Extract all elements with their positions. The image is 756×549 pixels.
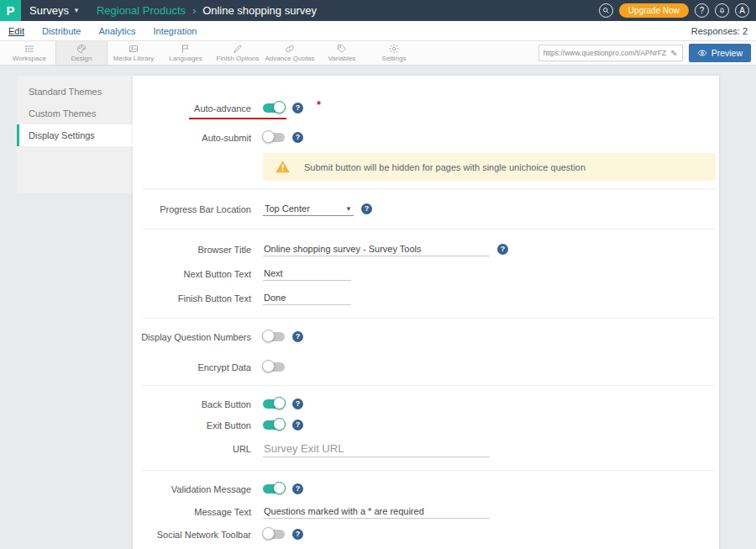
divider <box>143 188 716 189</box>
browser-title-input[interactable] <box>263 242 490 256</box>
breadcrumb-parent[interactable]: Regional Products <box>97 4 186 17</box>
responses-count[interactable]: Responses: 2 <box>691 26 748 36</box>
nav-item-distribute[interactable]: Distribute <box>42 26 81 36</box>
social-network-toolbar-toggle[interactable] <box>263 530 285 539</box>
breadcrumb-separator-icon: › <box>192 5 196 17</box>
social-network-toolbar-help-icon[interactable]: ? <box>292 529 303 540</box>
notifications-bell-icon[interactable] <box>715 3 729 18</box>
toolbar-item-design[interactable]: Design <box>55 41 108 65</box>
avatar[interactable]: A <box>735 3 749 18</box>
toolbar-right: ✎ Preview <box>538 41 756 65</box>
message-text-label: Message Text <box>133 507 251 517</box>
row-message-text: Message Text <box>133 499 719 524</box>
topbar-actions: Upgrade Now ? A <box>599 3 756 18</box>
survey-url-box: ✎ <box>538 45 683 61</box>
exit-url-label: URL <box>133 444 251 454</box>
sidebar-item-standard-themes[interactable]: Standard Themes <box>17 81 133 103</box>
divider <box>143 385 716 386</box>
validation-message-help-icon[interactable]: ? <box>292 483 303 494</box>
toolbar-item-finish-options[interactable]: Finish Options <box>212 41 264 65</box>
preview-button[interactable]: Preview <box>689 44 751 62</box>
row-exit-button: Exit Button ? <box>133 414 719 436</box>
toolbar-item-media-library[interactable]: Media Library <box>108 41 160 65</box>
social-network-toolbar-label: Social Network Toolbar <box>133 530 251 540</box>
toolbar-item-workspace[interactable]: Workspace <box>3 41 55 65</box>
back-button-label: Back Button <box>133 399 251 409</box>
auto-submit-help-icon[interactable]: ? <box>292 132 303 143</box>
display-settings-panel: Auto-advance ? * Auto-submit ? Submit bu… <box>133 76 719 549</box>
row-next-button-text: Next Button Text <box>133 261 719 286</box>
next-button-text-input[interactable] <box>263 267 351 281</box>
surveys-menu-label: Surveys <box>29 4 69 17</box>
row-back-button: Back Button ? <box>133 393 719 414</box>
finish-options-pencil-icon <box>233 44 243 54</box>
auto-advance-label: Auto-advance <box>133 103 251 113</box>
variables-tag-icon <box>337 44 347 54</box>
encrypt-data-label: Encrypt Data <box>133 362 251 372</box>
row-browser-title: Browser Title ? <box>133 237 719 261</box>
progress-bar-location-label: Progress Bar Location <box>133 204 251 214</box>
progress-bar-location-select[interactable]: Top Center ▼ <box>263 202 354 216</box>
languages-flag-icon <box>181 44 191 54</box>
toolbar-item-advance-quotas[interactable]: Advance Quotas <box>264 41 316 65</box>
row-progress-bar-location: Progress Bar Location Top Center ▼ ? <box>133 197 719 221</box>
workspace-icon <box>24 44 34 54</box>
nav-item-analytics[interactable]: Analytics <box>98 26 135 36</box>
nav-item-edit[interactable]: Edit <box>8 26 24 36</box>
warning-text: Submit button will be hidden for pages w… <box>304 162 585 172</box>
auto-submit-toggle[interactable] <box>263 133 285 142</box>
upgrade-now-button[interactable]: Upgrade Now <box>619 3 689 18</box>
back-button-toggle[interactable] <box>263 399 285 409</box>
sidebar-item-display-settings[interactable]: Display Settings <box>17 124 133 146</box>
display-question-numbers-toggle[interactable] <box>263 332 285 341</box>
row-finish-button-text: Finish Button Text <box>133 286 719 310</box>
finish-button-text-label: Finish Button Text <box>133 293 251 304</box>
row-social-network-toolbar: Social Network Toolbar ? <box>133 524 719 545</box>
encrypt-data-toggle[interactable] <box>263 362 285 372</box>
row-auto-submit: Auto-submit ? <box>133 127 719 148</box>
next-button-text-label: Next Button Text <box>133 269 251 279</box>
breadcrumb-current: Online shopping survey <box>202 4 317 17</box>
themes-sidebar: Standard Themes Custom Themes Display Se… <box>17 76 133 193</box>
row-validation-message: Validation Message ? <box>133 478 719 499</box>
progress-bar-location-help-icon[interactable]: ? <box>361 203 372 214</box>
display-question-numbers-help-icon[interactable]: ? <box>292 331 303 342</box>
row-auto-advance: Auto-advance ? * <box>133 98 719 119</box>
exit-url-input[interactable] <box>263 441 490 457</box>
toolbar-item-variables[interactable]: Variables <box>316 41 368 65</box>
help-icon[interactable]: ? <box>695 3 709 18</box>
row-encrypt-data: Encrypt Data <box>133 356 719 377</box>
survey-url-input[interactable] <box>543 49 669 57</box>
search-icon[interactable] <box>599 3 613 18</box>
top-bar: P Surveys ▼ Regional Products › Online s… <box>0 0 756 21</box>
select-caret-icon: ▼ <box>345 205 352 213</box>
browser-title-label: Browser Title <box>133 245 251 255</box>
exit-button-toggle[interactable] <box>263 420 285 430</box>
surveys-menu[interactable]: Surveys ▼ <box>29 4 80 17</box>
settings-gear-icon <box>389 44 399 54</box>
edit-url-pencil-icon[interactable]: ✎ <box>670 49 677 58</box>
questionpro-logo[interactable]: P <box>0 0 21 21</box>
back-button-help-icon[interactable]: ? <box>292 399 303 409</box>
validation-message-toggle[interactable] <box>263 484 285 494</box>
section-nav: Edit Distribute Analytics Integration Re… <box>0 21 756 40</box>
toolbar-item-settings[interactable]: Settings <box>368 41 420 65</box>
warning-triangle-icon <box>275 159 291 175</box>
design-palette-icon <box>76 44 87 54</box>
eye-icon <box>697 48 707 58</box>
auto-advance-toggle[interactable] <box>263 103 285 113</box>
toolbar-item-languages[interactable]: Languages <box>160 41 212 65</box>
divider <box>143 229 716 230</box>
row-display-question-numbers: Display Question Numbers ? <box>133 326 719 347</box>
browser-title-help-icon[interactable]: ? <box>497 244 508 255</box>
finish-button-text-input[interactable] <box>263 291 351 305</box>
divider <box>143 470 716 471</box>
exit-button-help-icon[interactable]: ? <box>292 420 303 430</box>
validation-message-label: Validation Message <box>133 484 251 494</box>
message-text-input[interactable] <box>263 504 490 519</box>
divider <box>143 318 716 319</box>
display-question-numbers-label: Display Question Numbers <box>133 332 251 342</box>
auto-advance-help-icon[interactable]: ? <box>292 103 303 113</box>
nav-item-integration[interactable]: Integration <box>153 26 197 36</box>
sidebar-item-custom-themes[interactable]: Custom Themes <box>17 103 133 124</box>
